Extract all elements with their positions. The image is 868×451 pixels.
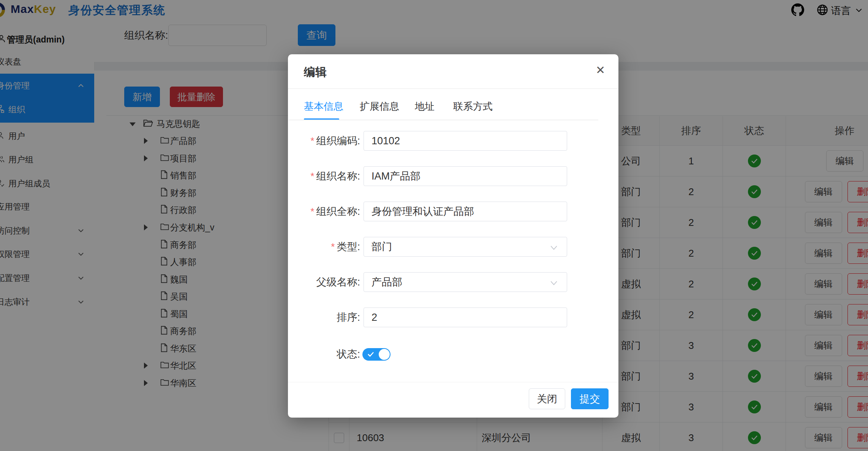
parent-select[interactable]: 产品部 — [364, 272, 567, 292]
field-label-status: 状态: — [289, 347, 360, 361]
sort-input[interactable]: 2 — [364, 308, 567, 327]
field-label-fullname: *组织全称: — [289, 205, 360, 218]
org-name-input[interactable]: IAM产品部 — [364, 166, 567, 186]
select-chevron-icon — [550, 276, 558, 288]
dialog-footer-divider — [288, 382, 618, 382]
tab-contact[interactable]: 联系方式 — [453, 100, 493, 113]
required-asterisk: * — [310, 170, 314, 182]
tab-basic-info[interactable]: 基本信息 — [304, 100, 343, 113]
field-label-parent: 父级名称: — [289, 275, 360, 289]
edit-dialog: 编辑 ✕ 基本信息 扩展信息 地址 联系方式 *组织编码: 10102 *组织名… — [288, 54, 618, 418]
status-toggle[interactable] — [362, 348, 391, 361]
dialog-submit-button[interactable]: 提交 — [571, 388, 609, 409]
field-label-name: *组织名称: — [289, 169, 360, 183]
field-label-type: *类型: — [289, 240, 360, 254]
field-label-sort: 排序: — [289, 311, 360, 324]
check-icon — [367, 350, 375, 360]
org-fullname-input[interactable]: 身份管理和认证产品部 — [364, 202, 567, 221]
required-asterisk: * — [310, 135, 314, 147]
toggle-knob — [379, 349, 390, 360]
field-label-code: *组织编码: — [289, 134, 360, 148]
org-code-input[interactable]: 10102 — [364, 131, 567, 151]
app-root: MaxKey 身份安全管理系统 语言 管理员(admin) — [0, 0, 868, 451]
required-asterisk: * — [331, 241, 335, 252]
close-icon[interactable]: ✕ — [596, 65, 605, 76]
dialog-header-divider — [288, 88, 618, 89]
dialog-title: 编辑 — [304, 65, 327, 80]
select-chevron-icon — [550, 241, 558, 253]
tab-address[interactable]: 地址 — [415, 100, 435, 113]
tabs-divider — [289, 120, 598, 120]
type-select[interactable]: 部门 — [364, 237, 567, 257]
tab-extended-info[interactable]: 扩展信息 — [360, 100, 399, 113]
dialog-close-button[interactable]: 关闭 — [529, 388, 565, 409]
required-asterisk: * — [310, 206, 314, 217]
